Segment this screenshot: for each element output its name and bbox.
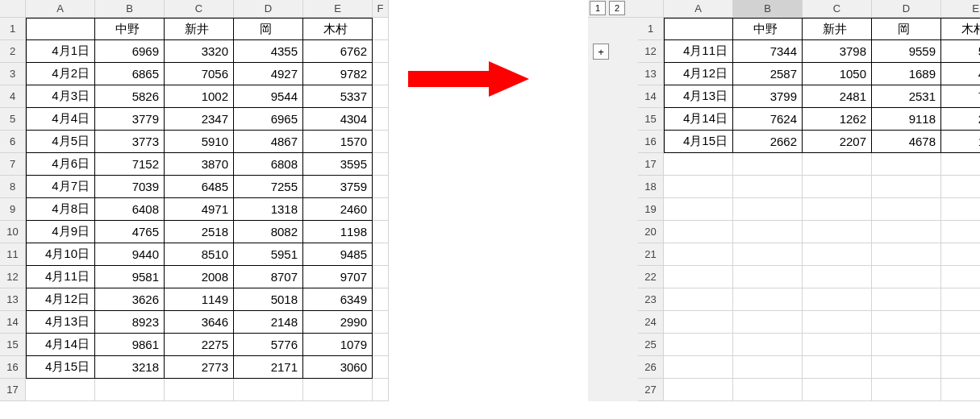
cell[interactable]: 4765 [95,221,165,243]
cell[interactable] [733,334,803,356]
cell[interactable]: 2773 [165,356,234,379]
cell[interactable] [373,131,389,153]
cell[interactable]: 1570 [303,131,373,153]
cell[interactable] [872,221,941,243]
col-header-C[interactable]: C [803,0,872,18]
cell[interactable] [803,243,872,266]
cell[interactable] [373,311,389,334]
cell[interactable] [373,18,389,40]
cell[interactable] [733,266,803,288]
cell[interactable]: 4月3日 [26,85,95,108]
row-header[interactable]: 14 [638,85,664,108]
cell[interactable] [733,356,803,379]
row-header[interactable]: 27 [638,379,664,401]
cell[interactable]: 2347 [165,108,234,131]
cell[interactable] [733,198,803,221]
row-header[interactable]: 3 [0,63,26,85]
cell[interactable]: 3773 [95,131,165,153]
row-header[interactable]: 4 [0,85,26,108]
cell[interactable]: 6969 [95,40,165,63]
cell[interactable]: 3320 [165,40,234,63]
cell[interactable]: 9581 [95,266,165,288]
row-header[interactable]: 16 [0,356,26,379]
cell[interactable]: 木村 [941,18,980,40]
row-header[interactable]: 16 [638,131,664,153]
cell[interactable] [664,356,733,379]
cell[interactable]: 7344 [733,40,803,63]
cell[interactable]: 8923 [95,311,165,334]
row-header[interactable]: 15 [638,108,664,131]
cell[interactable]: 新井 [803,18,872,40]
cell[interactable] [941,379,980,401]
row-header[interactable]: 9 [0,198,26,221]
cell[interactable] [373,176,389,198]
cell[interactable]: 3799 [733,85,803,108]
cell[interactable]: 3646 [165,311,234,334]
cell[interactable] [872,153,941,176]
cell[interactable]: 2662 [733,131,803,153]
cell[interactable]: 3060 [303,356,373,379]
cell[interactable]: 6762 [303,40,373,63]
cell[interactable] [872,288,941,311]
cell[interactable]: 5910 [165,131,234,153]
cell[interactable] [664,379,733,401]
row-header[interactable]: 20 [638,221,664,243]
col-header-C[interactable]: C [165,0,234,18]
cell[interactable]: 2990 [303,311,373,334]
row-header[interactable]: 17 [0,379,26,401]
cell[interactable]: 6485 [165,176,234,198]
cell[interactable]: 9782 [303,63,373,85]
cell[interactable]: 2518 [165,221,234,243]
cell[interactable] [803,379,872,401]
cell[interactable]: 2531 [872,85,941,108]
cell[interactable] [373,266,389,288]
cell[interactable] [803,266,872,288]
cell[interactable]: 4971 [165,198,234,221]
cell[interactable] [373,153,389,176]
cell[interactable]: 9861 [95,334,165,356]
cell[interactable] [941,221,980,243]
cell[interactable] [941,334,980,356]
cell[interactable]: 5951 [234,243,303,266]
cell[interactable]: 3798 [803,40,872,63]
cell[interactable] [872,379,941,401]
cell[interactable]: 6865 [95,63,165,85]
cell[interactable] [803,176,872,198]
cell[interactable]: 3779 [95,108,165,131]
row-header[interactable]: 7 [0,153,26,176]
cell[interactable] [872,266,941,288]
cell[interactable]: 4月6日 [26,153,95,176]
cell[interactable]: 9118 [872,108,941,131]
row-header[interactable]: 12 [638,40,664,63]
cell[interactable] [872,176,941,198]
cell[interactable] [664,243,733,266]
cell[interactable] [664,288,733,311]
cell[interactable]: 4月13日 [26,311,95,334]
row-header[interactable]: 5 [0,108,26,131]
row-header[interactable]: 8 [0,176,26,198]
cell[interactable] [664,198,733,221]
cell[interactable]: 新井 [165,18,234,40]
cell[interactable] [941,311,980,334]
cell[interactable]: 1689 [872,63,941,85]
cell[interactable]: 岡 [872,18,941,40]
cell[interactable] [941,198,980,221]
cell[interactable]: 4月11日 [26,266,95,288]
cell[interactable]: 4月12日 [664,63,733,85]
outline-level-2-button[interactable]: 2 [609,1,625,15]
cell[interactable]: 4月1日 [26,40,95,63]
cell[interactable]: 6808 [234,153,303,176]
cell[interactable]: 2587 [733,63,803,85]
cell[interactable]: 4678 [872,131,941,153]
col-header-E[interactable]: E [941,0,980,18]
cell[interactable]: 2008 [165,266,234,288]
col-header-A[interactable]: A [664,0,733,18]
cell[interactable]: 2096 [941,108,980,131]
cell[interactable]: 4月2日 [26,63,95,85]
row-header[interactable]: 24 [638,311,664,334]
col-header-F[interactable]: F [373,0,389,18]
cell[interactable]: 9485 [303,243,373,266]
cell[interactable]: 4月11日 [664,40,733,63]
cell[interactable] [803,153,872,176]
cell[interactable] [872,356,941,379]
